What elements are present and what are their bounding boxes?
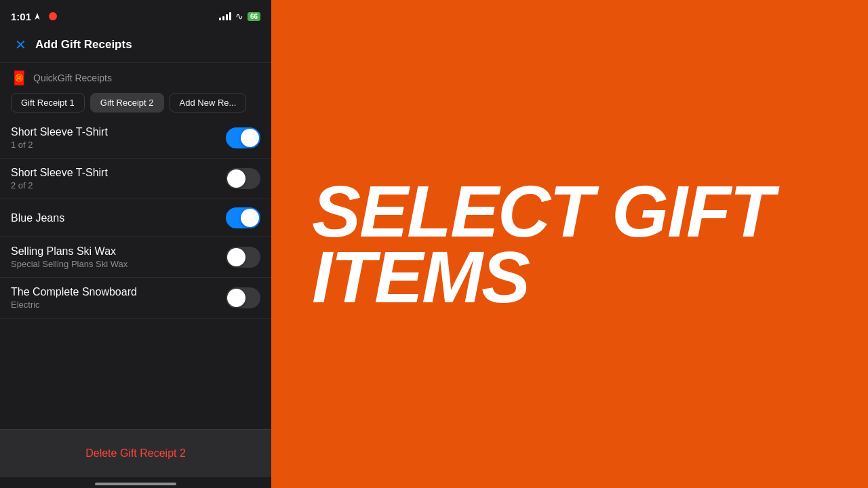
item-sub: Electric [11,300,137,310]
close-button[interactable]: ✕ [11,35,30,54]
recording-dot [49,12,57,20]
list-item: The Complete Snowboard Electric [0,278,271,319]
list-item: Short Sleeve T-Shirt 2 of 2 [0,159,271,199]
toggle-item-1[interactable] [226,127,260,148]
tab-add-new[interactable]: Add New Re... [170,93,247,113]
wifi-icon: ∿ [235,11,243,22]
items-list: Short Sleeve T-Shirt 1 of 2 Short Sleeve… [0,118,271,429]
status-icons: ∿ 66 [219,11,260,22]
nav-arrow-icon [34,13,41,20]
delete-area: Delete Gift Receipt 2 [0,429,271,477]
item-info: Blue Jeans [11,212,64,224]
item-name: Short Sleeve T-Shirt [11,126,108,138]
toggle-knob [227,169,245,188]
home-indicator [0,477,271,488]
item-info: Short Sleeve T-Shirt 1 of 2 [11,126,108,150]
item-sub: 1 of 2 [11,140,108,150]
item-name: Selling Plans Ski Wax [11,245,127,258]
toggle-item-3[interactable] [226,207,260,228]
toggle-knob [241,209,259,227]
toggle-knob [227,289,245,307]
close-icon: ✕ [15,38,26,52]
header: ✕ Add Gift Receipts [0,30,271,63]
app-section: 🧧 QuickGift Receipts [0,63,271,93]
item-sub: 2 of 2 [11,180,108,190]
hero-line-2: ITEMS [312,244,773,310]
tabs-row: Gift Receipt 1 Gift Receipt 2 Add New Re… [0,93,271,113]
list-item: Short Sleeve T-Shirt 1 of 2 [0,118,271,159]
toggle-item-5[interactable] [226,287,260,308]
app-name: QuickGift Receipts [33,73,112,83]
tab-gift-receipt-1[interactable]: Gift Receipt 1 [11,93,85,113]
list-item: Selling Plans Ski Wax Special Selling Pl… [0,237,271,278]
toggle-item-4[interactable] [226,247,260,268]
home-bar [95,483,176,485]
toggle-knob [241,129,259,147]
item-info: Selling Plans Ski Wax Special Selling Pl… [11,245,127,269]
item-sub: Special Selling Plans Ski Wax [11,259,127,269]
item-name: The Complete Snowboard [11,286,137,298]
toggle-knob [227,248,245,266]
battery-badge: 66 [248,12,260,21]
item-info: The Complete Snowboard Electric [11,286,137,310]
status-bar: 1:01 ∿ 66 [0,0,271,30]
item-info: Short Sleeve T-Shirt 2 of 2 [11,167,108,190]
status-time: 1:01 [11,11,57,22]
hero-line-1: SELECT GIFT [312,178,773,244]
list-item: Blue Jeans [0,199,271,237]
signal-icon [219,12,231,20]
hero-text: SELECT GIFT ITEMS [312,178,773,310]
toggle-item-2[interactable] [226,168,260,189]
orange-panel: SELECT GIFT ITEMS [271,0,868,488]
phone-panel: 1:01 ∿ 66 ✕ Add Gift Receipts 🧧 Quick [0,0,271,488]
item-name: Short Sleeve T-Shirt [11,167,108,179]
delete-button[interactable]: Delete Gift Receipt 2 [11,438,260,469]
item-name: Blue Jeans [11,212,64,224]
app-icon: 🧧 [11,70,28,86]
header-title: Add Gift Receipts [35,38,132,52]
tab-gift-receipt-2[interactable]: Gift Receipt 2 [90,93,164,113]
